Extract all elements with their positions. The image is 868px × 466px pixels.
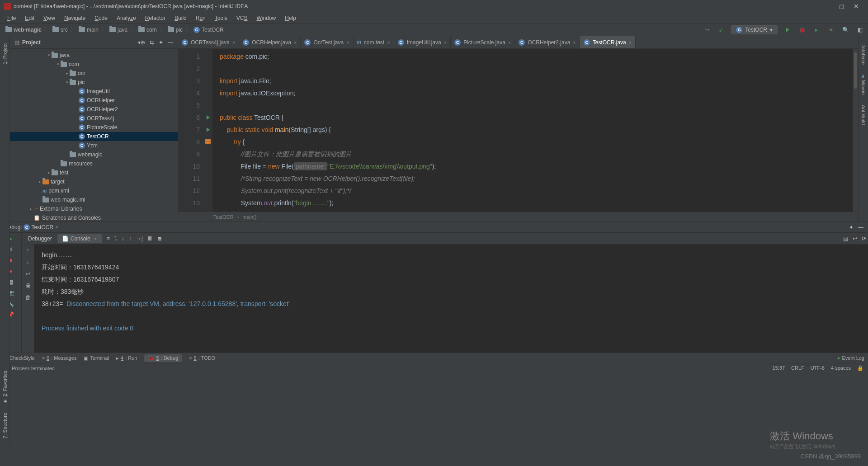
menu-vcs[interactable]: VCS xyxy=(233,14,251,22)
menu-analyze[interactable]: Analyze xyxy=(113,14,140,22)
close-tab-icon[interactable]: × xyxy=(294,40,297,45)
menu-help[interactable]: Help xyxy=(281,14,300,22)
lock-icon[interactable]: 🔒 xyxy=(857,365,863,371)
menu-window[interactable]: Window xyxy=(253,14,279,22)
trace-icon[interactable]: ≣ xyxy=(157,235,162,242)
tree-item-ocr[interactable]: ▸ocr xyxy=(10,69,178,78)
crumb-root[interactable]: web-magic xyxy=(14,27,42,33)
menu-file[interactable]: File xyxy=(4,14,19,22)
menu-edit[interactable]: Edit xyxy=(21,14,38,22)
todo-button[interactable]: ≡ 6: TODO xyxy=(189,355,215,361)
tree-item-resources[interactable]: resources xyxy=(10,159,178,168)
structure-tool-button[interactable]: 7: Structure xyxy=(2,413,8,438)
scroll-end-icon[interactable]: ⟳ xyxy=(862,235,866,242)
tree-item-pom-xml[interactable]: mpom.xml xyxy=(10,186,178,195)
gear-icon[interactable]: ✦ xyxy=(159,39,163,46)
editor-tab-testocr-java[interactable]: TestOCR.java× xyxy=(580,36,636,48)
step-over-icon[interactable]: ⤵ xyxy=(114,235,117,242)
wrap-icon[interactable]: ↩ xyxy=(26,271,30,277)
tree-item-testocr[interactable]: TestOCR xyxy=(10,132,178,141)
step-into-icon[interactable]: ↓ xyxy=(122,235,124,242)
editor-scrollbar[interactable] xyxy=(853,49,858,212)
editor-tab-ocrhelper-java[interactable]: OCRHelper.java× xyxy=(239,36,301,48)
debug-button[interactable]: 🐞 xyxy=(797,25,807,34)
maximize-button[interactable]: ◻ xyxy=(839,3,844,10)
build-icon[interactable]: ▭ xyxy=(702,25,711,34)
search-icon[interactable]: 🔍 xyxy=(841,25,850,34)
tree-item-external-libraries[interactable]: ▸⊪External Libraries xyxy=(10,204,178,213)
debug-button-bottom[interactable]: 🐞 5: Debug xyxy=(144,354,182,362)
tree-item-picturescale[interactable]: PictureScale xyxy=(10,123,178,132)
hide-icon[interactable]: — xyxy=(168,39,173,46)
menu-navigate[interactable]: Navigate xyxy=(61,14,89,22)
editor-tab-ocrtess4j-java[interactable]: OCRTess4j.java× xyxy=(178,36,239,48)
down-icon[interactable]: ↓ xyxy=(27,259,29,265)
console-output[interactable]: begin......... 开始时间：1631676419424 结束时间：1… xyxy=(34,245,868,353)
code-content[interactable]: package com.pic; import java.io.File; im… xyxy=(212,49,853,212)
evaluate-icon[interactable]: 🖩 xyxy=(147,235,153,242)
tree-item-web-magic-iml[interactable]: web-magic.iml xyxy=(10,195,178,204)
crumb-class[interactable]: TestOCR xyxy=(213,214,234,220)
run-gutter-icon[interactable] xyxy=(207,127,210,132)
messages-button[interactable]: ≡ 0: Messages xyxy=(42,355,77,361)
close-tab-icon[interactable]: × xyxy=(629,40,632,45)
terminal-button[interactable]: ▣ Terminal xyxy=(84,355,109,361)
tree-item-imageutil[interactable]: ImageUtil xyxy=(10,87,178,96)
status-encoding[interactable]: UTF-8 xyxy=(811,365,825,371)
maven-tool-button[interactable]: m Maven xyxy=(861,75,866,95)
run-config-selector[interactable]: TestOCR ▾ xyxy=(731,25,778,34)
menu-build[interactable]: Build xyxy=(171,14,190,22)
close-tab-icon[interactable]: × xyxy=(508,40,511,45)
tree-item-java[interactable]: ▾java xyxy=(10,51,178,60)
locate-icon[interactable]: ⊕ xyxy=(141,39,145,46)
console-tab[interactable]: 📄Console→ xyxy=(57,234,102,243)
project-tree[interactable]: ▾java▾com▸ocr▾pic ImageUtil OCRHelper OC… xyxy=(10,49,178,221)
tree-item-target[interactable]: ▸target xyxy=(10,177,178,186)
close-icon[interactable]: × xyxy=(55,224,58,231)
step-out-icon[interactable]: ↑ xyxy=(129,235,132,242)
tree-item-webmagic[interactable]: webmagic xyxy=(10,150,178,159)
antbuild-tool-button[interactable]: Ant Build xyxy=(861,105,866,125)
stop-button[interactable]: ■ xyxy=(826,25,835,34)
close-tab-icon[interactable]: × xyxy=(232,40,235,45)
code-editor[interactable]: 12345678910111213 package com.pic; impor… xyxy=(178,49,858,212)
hide-icon[interactable]: — xyxy=(858,224,863,231)
menu-run[interactable]: Run xyxy=(192,14,209,22)
crumb[interactable]: pic xyxy=(176,27,183,33)
event-log-button[interactable]: ● Event Log xyxy=(837,355,864,361)
crumb[interactable]: java xyxy=(118,27,127,33)
up-icon[interactable]: ↑ xyxy=(27,247,29,254)
sync-icon[interactable]: ↙ xyxy=(717,25,726,34)
crumb[interactable]: src xyxy=(61,27,68,33)
menu-tools[interactable]: Tools xyxy=(211,14,231,22)
editor-tab-ocrhelper2-java[interactable]: OCRHelper2.java× xyxy=(515,36,580,48)
editor-tab-picturescale-java[interactable]: PictureScale.java× xyxy=(451,36,515,48)
favorites-tool-button[interactable]: ★ 2: Favorites xyxy=(2,371,8,404)
minimize-button[interactable]: — xyxy=(824,3,830,10)
crumb[interactable]: TestOCR xyxy=(202,27,224,33)
crumb-method[interactable]: main() xyxy=(242,214,256,220)
run-button[interactable] xyxy=(783,25,792,34)
crumb[interactable]: main xyxy=(87,27,99,33)
clear-icon[interactable]: 🗑 xyxy=(25,294,31,301)
debugger-tab[interactable]: Debugger xyxy=(24,234,57,243)
breadcrumb[interactable]: web-magic〉 src〉 main〉 java〉 com〉 pic〉 Te… xyxy=(4,26,226,33)
tree-item-ocrhelper[interactable]: OCRHelper xyxy=(10,96,178,105)
updates-icon[interactable]: ◧ xyxy=(855,25,864,34)
editor-tab-com-test[interactable]: mcom.test× xyxy=(354,36,394,48)
close-button[interactable]: ✕ xyxy=(854,3,859,10)
close-tab-icon[interactable]: × xyxy=(444,40,447,45)
run-to-cursor-icon[interactable]: →| xyxy=(136,235,143,242)
menu-code[interactable]: Code xyxy=(91,14,111,22)
soft-wrap-icon[interactable]: ↩ xyxy=(853,235,857,242)
gear-icon[interactable]: ✦ xyxy=(849,224,854,231)
collapse-icon[interactable]: ⇆ xyxy=(150,39,154,46)
run-button-bottom[interactable]: ▸ 4: Run xyxy=(116,355,137,361)
close-tab-icon[interactable]: × xyxy=(346,40,349,45)
tree-item-scratches-and-consoles[interactable]: 📋Scratches and Consoles xyxy=(10,213,178,221)
tree-item-ocrtess4j[interactable]: OCRTess4j xyxy=(10,114,178,123)
crumb[interactable]: com xyxy=(146,27,157,33)
menu-refactor[interactable]: Refactor xyxy=(142,14,169,22)
run-gutter-icon[interactable] xyxy=(207,115,210,120)
step-icon[interactable]: ≡ xyxy=(107,235,110,242)
